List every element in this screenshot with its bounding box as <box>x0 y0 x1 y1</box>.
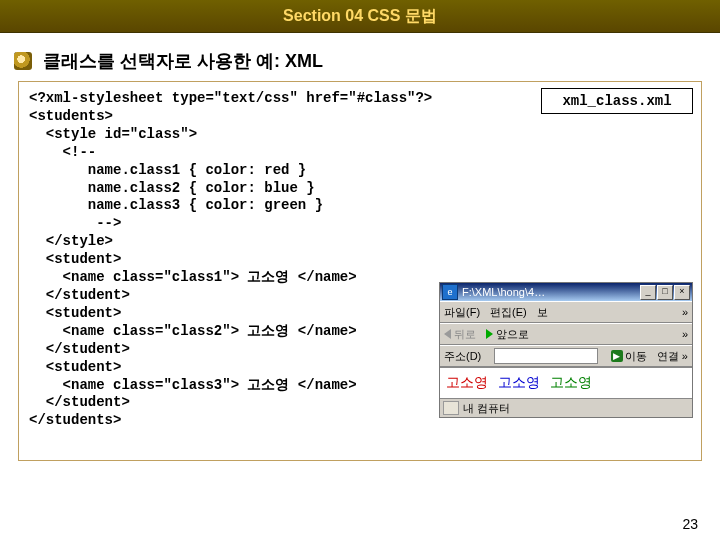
address-label: 주소(D) <box>444 349 481 364</box>
menu-view[interactable]: 보 <box>537 305 548 320</box>
browser-titlebar: e F:\XML\hong\4… _ □ × <box>440 283 692 301</box>
arrow-right-icon <box>486 329 493 339</box>
nav-forward-button[interactable]: 앞으로 <box>486 327 529 342</box>
go-button[interactable]: ▶ 이동 <box>611 349 647 364</box>
address-input[interactable] <box>494 348 598 364</box>
browser-menubar: 파일(F) 편집(E) 보 » <box>440 301 692 323</box>
window-minimize-button[interactable]: _ <box>640 285 656 300</box>
go-icon: ▶ <box>611 350 623 362</box>
browser-title: F:\XML\hong\4… <box>462 286 639 298</box>
nav-forward-label: 앞으로 <box>496 327 529 342</box>
links-label[interactable]: 연결 » <box>657 349 688 364</box>
status-icon <box>443 401 459 415</box>
browser-addressbar: 주소(D) ▶ 이동 연결 » <box>440 345 692 367</box>
nav-more[interactable]: » <box>682 328 688 340</box>
arrow-left-icon <box>444 329 451 339</box>
page-number: 23 <box>682 516 698 532</box>
section-title: Section 04 CSS 문법 <box>283 7 437 24</box>
status-text: 내 컴퓨터 <box>463 401 510 416</box>
bullet-icon <box>14 52 32 70</box>
filename-label: xml_class.xml <box>541 88 693 114</box>
browser-window: e F:\XML\hong\4… _ □ × 파일(F) 편집(E) 보 » 뒤… <box>439 282 693 418</box>
window-maximize-button[interactable]: □ <box>657 285 673 300</box>
code-example-box: <?xml-stylesheet type="text/css" href="#… <box>18 81 702 461</box>
browser-content: 고소영 고소영 고소영 <box>440 367 692 398</box>
ie-icon: e <box>442 284 458 300</box>
menu-file[interactable]: 파일(F) <box>444 305 480 320</box>
menu-edit[interactable]: 편집(E) <box>490 305 527 320</box>
browser-statusbar: 내 컴퓨터 <box>440 398 692 417</box>
window-close-button[interactable]: × <box>674 285 690 300</box>
slide-subtitle: 클래스를 선택자로 사용한 예: XML <box>0 33 720 81</box>
rendered-name-2: 고소영 <box>498 374 540 392</box>
rendered-name-1: 고소영 <box>446 374 488 392</box>
browser-navbar: 뒤로 앞으로 » <box>440 323 692 345</box>
nav-back-label: 뒤로 <box>454 327 476 342</box>
rendered-name-3: 고소영 <box>550 374 592 392</box>
nav-back-button[interactable]: 뒤로 <box>444 327 476 342</box>
subtitle-text: 클래스를 선택자로 사용한 예: XML <box>43 51 323 71</box>
menu-more[interactable]: » <box>682 306 688 318</box>
go-label: 이동 <box>625 349 647 364</box>
section-bar: Section 04 CSS 문법 <box>0 0 720 33</box>
